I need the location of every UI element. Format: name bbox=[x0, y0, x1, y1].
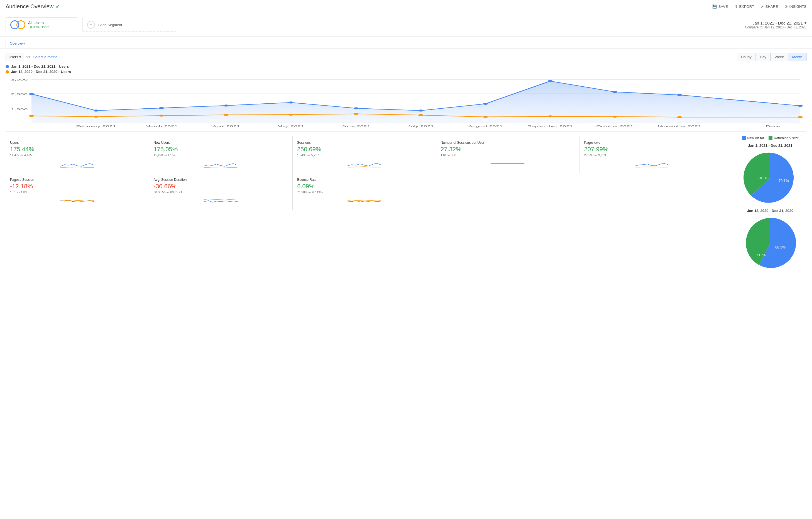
date-range-area: Jan 1, 2021 - Dec 21, 2021 ▾ Compare to:… bbox=[745, 21, 806, 29]
add-circle-icon: + bbox=[87, 21, 95, 29]
svg-text:June 2021: June 2021 bbox=[342, 125, 370, 128]
svg-text:October 2021: October 2021 bbox=[596, 125, 634, 128]
svg-text:79.1%: 79.1% bbox=[779, 179, 789, 183]
circle-orange bbox=[17, 20, 25, 29]
metric-selector: Users ▾ vs. Select a metric bbox=[6, 53, 57, 61]
main-chart: 3,000 2,000 1,000 bbox=[6, 76, 806, 132]
metric-new-users-label: New Users bbox=[153, 141, 288, 144]
svg-text:March 2021: March 2021 bbox=[145, 125, 178, 128]
svg-point-20 bbox=[29, 115, 34, 117]
save-button[interactable]: 💾 SAVE bbox=[712, 4, 728, 9]
svg-text:3,000: 3,000 bbox=[11, 78, 28, 81]
metric-users-value: 175.44% bbox=[10, 146, 144, 153]
metric-dropdown[interactable]: Users ▾ bbox=[6, 53, 24, 61]
svg-point-27 bbox=[483, 116, 488, 118]
pie-chart-2: 88.3% 11.7% bbox=[743, 215, 798, 272]
save-icon: 💾 bbox=[712, 4, 717, 9]
select-metric-link[interactable]: Select a metric bbox=[33, 55, 57, 59]
svg-text:April 2021: April 2021 bbox=[212, 125, 240, 128]
svg-text:1,000: 1,000 bbox=[11, 108, 28, 111]
segment-bar: All Users +0.00% Users + + Add Segment J… bbox=[0, 13, 812, 36]
time-btn-day[interactable]: Day bbox=[756, 53, 771, 61]
metric-pageviews-value: 207.99% bbox=[584, 146, 719, 153]
date-range-compare: Compare to: Jan 12, 2020 - Dec 31, 2020 bbox=[745, 25, 806, 29]
metric-bounce-rate: Bounce Rate 6.09% 71.28% vs 67.19% bbox=[293, 173, 436, 210]
metric-bounce-rate-sparkline bbox=[297, 196, 432, 206]
svg-point-12 bbox=[288, 102, 293, 103]
export-button[interactable]: ⬆ EXPORT bbox=[734, 4, 754, 9]
metric-new-users-sub: 11,420 vs 4,152 bbox=[153, 154, 288, 157]
svg-point-14 bbox=[418, 109, 423, 111]
time-btn-month[interactable]: Month bbox=[788, 53, 806, 61]
svg-point-9 bbox=[93, 109, 98, 111]
pie1-title: Jan 1, 2021 - Dec 21, 2021 bbox=[748, 143, 792, 148]
metric-pageviews-sparkline bbox=[584, 159, 719, 168]
svg-text:July 2021: July 2021 bbox=[408, 125, 434, 128]
metric-sessions-per-user: Number of Sessions per User 27.32% 1.61 … bbox=[436, 136, 579, 173]
date-range-chevron[interactable]: ▾ bbox=[805, 21, 806, 25]
svg-text:2,000: 2,000 bbox=[11, 92, 28, 95]
right-panel: New Visitor Returning Visitor Jan 1, 202… bbox=[728, 132, 812, 276]
svg-point-22 bbox=[159, 114, 164, 116]
bottom-section: Users 175.44% 11,472 vs 4,165 New Users … bbox=[0, 132, 812, 276]
metric-sessions-per-user-sub: 1.61 vs 1.26 bbox=[440, 154, 575, 157]
svg-text:11.7%: 11.7% bbox=[757, 253, 765, 257]
metric-sessions-per-user-sparkline bbox=[440, 159, 575, 168]
segment-info: All Users +0.00% Users bbox=[28, 21, 49, 29]
svg-point-17 bbox=[612, 91, 617, 93]
svg-text:...: ... bbox=[29, 125, 34, 128]
metric-sessions-sub: 18,436 vs 5,257 bbox=[297, 154, 431, 157]
metric-pageviews-sub: 29,595 vs 9,609 bbox=[584, 154, 719, 157]
pie2-title: Jan 12, 2020 - Dec 31, 2020 bbox=[747, 209, 793, 213]
tabs-bar: Overview bbox=[0, 36, 812, 49]
metric-bounce-rate-value: 6.09% bbox=[297, 183, 432, 190]
share-button[interactable]: ↗ SHARE bbox=[761, 4, 778, 9]
svg-point-21 bbox=[93, 116, 98, 117]
export-icon: ⬆ bbox=[734, 4, 738, 9]
svg-point-24 bbox=[288, 114, 293, 116]
metric-pageviews: Pageviews 207.99% 29,595 vs 9,609 bbox=[580, 136, 723, 173]
add-segment-button[interactable]: + + Add Segment bbox=[82, 18, 177, 32]
svg-point-19 bbox=[798, 105, 803, 107]
time-btn-week[interactable]: Week bbox=[771, 53, 788, 61]
svg-text:Dece...: Dece... bbox=[766, 125, 785, 128]
tab-overview[interactable]: Overview bbox=[6, 39, 29, 48]
chart-svg: 3,000 2,000 1,000 bbox=[6, 76, 806, 132]
svg-point-25 bbox=[354, 113, 359, 115]
svg-point-15 bbox=[483, 103, 488, 105]
metric-users: Users 175.44% 11,472 vs 4,165 bbox=[6, 136, 149, 173]
svg-text:February 2021: February 2021 bbox=[76, 125, 116, 128]
new-visitor-color bbox=[742, 136, 746, 140]
metric-pages-session-value: -12.18% bbox=[10, 183, 145, 190]
metric-empty bbox=[436, 173, 723, 210]
svg-point-11 bbox=[224, 105, 229, 106]
metric-avg-session-duration-sub: 00:00:56 vs 00:01:21 bbox=[154, 191, 288, 194]
metric-pages-session-sub: 1.61 vs 1.83 bbox=[10, 191, 145, 194]
share-icon: ↗ bbox=[761, 4, 764, 9]
metric-label: Users bbox=[9, 55, 18, 59]
metric-chevron-icon: ▾ bbox=[19, 55, 21, 59]
metric-avg-session-duration-value: -30.66% bbox=[154, 183, 288, 190]
svg-point-30 bbox=[677, 116, 682, 118]
svg-text:88.3%: 88.3% bbox=[775, 245, 786, 249]
metric-pageviews-label: Pageviews bbox=[584, 141, 719, 144]
segment-name: All Users bbox=[28, 21, 49, 25]
time-btn-hourly[interactable]: Hourly bbox=[737, 53, 756, 61]
chart-section: Users ▾ vs. Select a metric Hourly Day W… bbox=[0, 49, 812, 132]
chart-legend: Jan 1, 2021 - Dec 21, 2021: Users Jan 12… bbox=[6, 64, 806, 74]
metric-bounce-rate-label: Bounce Rate bbox=[297, 178, 432, 182]
metric-users-label: Users bbox=[10, 141, 144, 144]
svg-text:August 2021: August 2021 bbox=[468, 125, 503, 128]
all-users-segment[interactable]: All Users +0.00% Users bbox=[6, 17, 78, 32]
insights-button[interactable]: ⟳ INSIGHTS bbox=[785, 4, 806, 9]
pie-chart-1: 79.1% 20.9% bbox=[743, 150, 798, 207]
metric-sessions-per-user-value: 27.32% bbox=[440, 146, 575, 153]
returning-visitor-legend: Returning Visitor bbox=[768, 136, 799, 140]
metric-users-sub: 11,472 vs 4,165 bbox=[10, 154, 144, 157]
metrics-row2: Pages / Session -12.18% 1.61 vs 1.83 Avg… bbox=[6, 173, 723, 210]
metric-pages-session-label: Pages / Session bbox=[10, 178, 145, 182]
legend-item-blue: Jan 1, 2021 - Dec 21, 2021: Users bbox=[6, 64, 806, 69]
verified-icon: ✔ bbox=[56, 4, 60, 10]
header-actions: 💾 SAVE ⬆ EXPORT ↗ SHARE ⟳ INSIGHTS bbox=[712, 4, 806, 9]
svg-point-8 bbox=[29, 93, 34, 95]
